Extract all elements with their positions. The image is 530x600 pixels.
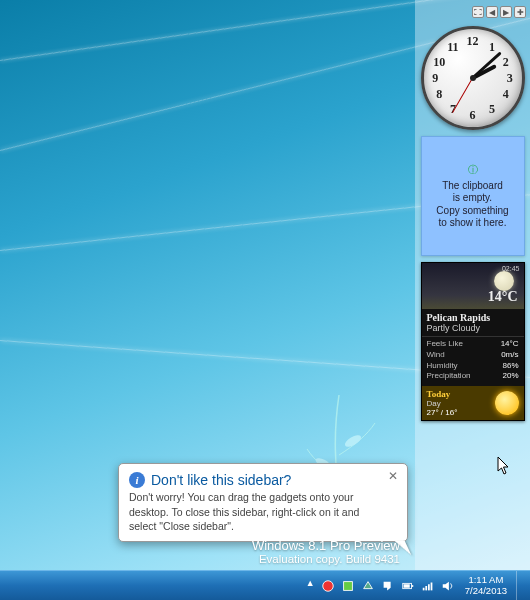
power-icon[interactable] — [401, 578, 416, 593]
tray-time: 1:11 AM — [468, 575, 503, 585]
clipboard-text: Copy something — [428, 205, 518, 218]
clock-numeral: 1 — [489, 39, 495, 54]
moon-icon — [494, 271, 514, 291]
weather-time: 02:45 — [502, 265, 520, 272]
windows-watermark: Windows 8.1 Pro Preview Evaluation copy.… — [252, 538, 400, 565]
network-icon[interactable] — [421, 578, 436, 593]
tray-icon[interactable] — [341, 578, 356, 593]
clock-gadget[interactable]: 12 1 2 3 4 5 6 7 8 9 10 11 — [421, 26, 525, 130]
weather-sky: 02:45 14°C — [422, 263, 524, 309]
volume-icon[interactable] — [441, 578, 456, 593]
tooltip-body: Don't worry! You can drag the gadgets on… — [129, 490, 379, 533]
svg-rect-6 — [404, 584, 410, 588]
clock-numeral: 11 — [447, 39, 458, 54]
tooltip-title: iDon't like this sidebar? — [129, 472, 379, 488]
show-desktop-button[interactable] — [516, 571, 524, 601]
svg-rect-5 — [412, 585, 414, 587]
today-label: Today — [427, 389, 458, 399]
desktop[interactable]: ⛶ ◀ ▶ ✚ 12 1 2 3 4 5 6 7 8 9 10 11 ⓘ T — [0, 0, 530, 600]
svg-rect-10 — [431, 582, 433, 590]
action-center-icon[interactable] — [381, 578, 396, 593]
clock-numeral: 4 — [503, 86, 509, 101]
minute-hand — [471, 51, 501, 79]
clipboard-text: is empty. — [428, 192, 518, 205]
clipboard-text: to show it here. — [428, 217, 518, 230]
tray-overflow-button[interactable]: ▲ — [306, 578, 316, 594]
clipboard-text: The clipboard — [428, 180, 518, 193]
tooltip-close-button[interactable]: ✕ — [385, 469, 401, 485]
sidebar-add-button[interactable]: ✚ — [514, 6, 526, 18]
clock-numeral: 12 — [467, 33, 479, 48]
today-sub: Day — [427, 399, 458, 408]
info-icon: i — [129, 472, 145, 488]
clock-numeral: 8 — [436, 86, 442, 101]
tray-date: 7/24/2013 — [465, 586, 507, 596]
taskbar[interactable]: ▲ 1:11 AM 7/24/2013 — [0, 570, 530, 600]
weather-gadget[interactable]: 02:45 14°C Pelican Rapids Partly Cloudy … — [421, 262, 525, 421]
info-icon: ⓘ — [428, 163, 518, 177]
svg-point-2 — [323, 580, 334, 591]
weather-location: Pelican Rapids — [422, 309, 524, 323]
svg-rect-8 — [426, 586, 428, 590]
weather-today[interactable]: Today Day 27° / 16° — [422, 386, 524, 420]
sun-icon — [495, 391, 519, 415]
clock-numeral: 6 — [470, 108, 476, 123]
sidebar-hint-tooltip: ✕ iDon't like this sidebar? Don't worry!… — [118, 463, 408, 542]
mouse-cursor — [497, 456, 511, 476]
weather-details: Feels Like14°C Wind0m/s Humidity86% Prec… — [422, 336, 524, 386]
sidebar-next-button[interactable]: ▶ — [500, 6, 512, 18]
weather-condition: Partly Cloudy — [422, 323, 524, 336]
clock-numeral: 9 — [432, 71, 438, 86]
svg-rect-9 — [428, 584, 430, 590]
svg-point-0 — [343, 433, 363, 449]
system-tray: ▲ 1:11 AM 7/24/2013 — [302, 571, 530, 601]
tray-icon[interactable] — [361, 578, 376, 593]
sidebar-controls: ⛶ ◀ ▶ ✚ — [419, 4, 526, 20]
weather-temp: 14°C — [488, 289, 518, 305]
clock-numeral: 2 — [503, 55, 509, 70]
gadget-sidebar[interactable]: ⛶ ◀ ▶ ✚ 12 1 2 3 4 5 6 7 8 9 10 11 ⓘ T — [415, 0, 530, 570]
clock-pin — [470, 75, 476, 81]
tray-icon[interactable] — [321, 578, 336, 593]
clock-numeral: 5 — [489, 102, 495, 117]
sidebar-expand-button[interactable]: ⛶ — [472, 6, 484, 18]
today-hilo: 27° / 16° — [427, 408, 458, 417]
sidebar-prev-button[interactable]: ◀ — [486, 6, 498, 18]
clock-numeral: 3 — [507, 71, 513, 86]
clipboard-gadget[interactable]: ⓘ The clipboard is empty. Copy something… — [421, 136, 525, 256]
tray-clock[interactable]: 1:11 AM 7/24/2013 — [461, 575, 511, 596]
clock-numeral: 10 — [433, 55, 445, 70]
svg-rect-3 — [344, 581, 353, 590]
svg-rect-7 — [423, 587, 425, 590]
